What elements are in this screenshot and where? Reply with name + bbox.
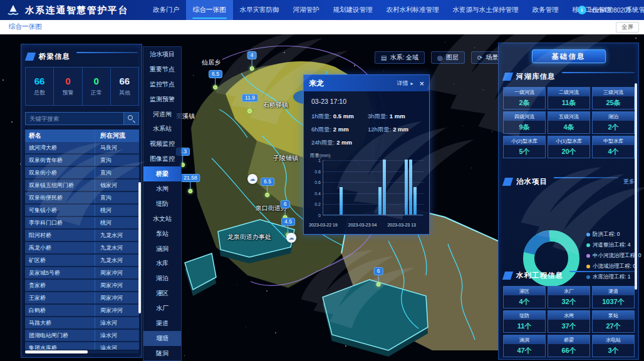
breadcrumb[interactable]: 综合一张图 <box>9 23 42 31</box>
nav-item-0[interactable]: 政务门户 <box>146 0 186 20</box>
table-row[interactable]: 禹龙小桥九龙水河 <box>25 242 139 255</box>
menu-item-7[interactable]: 图像监控 <box>143 151 181 166</box>
fullscreen-button[interactable]: 全屏 <box>616 22 639 33</box>
stat-cell-四级河流[interactable]: 四级河流9条 <box>503 111 546 134</box>
menu-item-3[interactable]: 监测预警 <box>143 92 181 107</box>
bridge-name-cell: 阳河村桥 <box>25 230 95 241</box>
menu-item-12[interactable]: 泵站 <box>143 226 181 242</box>
stat-cell-水厂[interactable]: 水厂32个 <box>548 286 590 308</box>
menu-item-0[interactable]: 治水项目 <box>143 47 181 62</box>
table-row[interactable]: 集团水库桥漳水河 <box>25 342 139 350</box>
menu-item-20[interactable]: 隧洞 <box>143 346 181 361</box>
search-button[interactable] <box>124 112 139 125</box>
map-marker[interactable]: 21.58 <box>180 174 200 193</box>
table-row[interactable]: 姚河湾大桥马良河 <box>25 142 139 155</box>
stat-cell-二级河流[interactable]: 二级河流11条 <box>548 87 590 109</box>
stat-cell-渠道[interactable]: 渠道1037个 <box>592 286 635 308</box>
menu-item-13[interactable]: 涵洞 <box>143 242 181 257</box>
cell-label: 水闸 <box>548 311 589 320</box>
map-control-1[interactable]: ◎图层 <box>431 51 465 64</box>
basic-info-button[interactable]: 基础信息 <box>532 49 606 63</box>
nav-item-2[interactable]: 水旱灾害防御 <box>233 0 286 20</box>
river-name-cell: 直沟 <box>95 192 139 203</box>
scrollbar-thumb[interactable] <box>25 350 88 353</box>
map-marker[interactable]: 6 <box>374 267 383 287</box>
menu-item-2[interactable]: 监控节点 <box>143 77 181 92</box>
stat-cell-中型水库[interactable]: 中型水库4个 <box>592 136 635 158</box>
menu-item-19[interactable]: 堰塘 <box>143 331 181 346</box>
weather-cloud-icon[interactable]: ☁ <box>247 174 257 184</box>
user-menu[interactable]: i hbzb42080201 ▾ <box>578 0 636 20</box>
close-icon[interactable]: × <box>419 79 424 88</box>
menu-item-11[interactable]: 水文站 <box>143 211 181 226</box>
map-marker[interactable]: 4 <box>247 51 257 71</box>
stat-cell-小(1)型水库[interactable]: 小(1)型水库20个 <box>548 136 590 158</box>
weather-cloud-icon[interactable]: ☁ <box>286 233 296 243</box>
table-row[interactable]: 矿区桥九龙水河 <box>25 255 139 267</box>
stat-cell-涵洞[interactable]: 涵洞47个 <box>503 335 546 357</box>
map-marker[interactable]: 6.5 <box>261 178 274 197</box>
menu-item-9[interactable]: 水闸 <box>143 181 181 196</box>
stat-cell-堤防[interactable]: 堤防11个 <box>503 310 546 333</box>
nav-item-4[interactable]: 规划建设管理 <box>326 0 380 20</box>
menu-item-16[interactable]: 灌区 <box>143 286 181 301</box>
more-link[interactable]: 更多 <box>623 178 635 186</box>
nav-item-7[interactable]: 政务管理 <box>526 0 566 20</box>
river-name-cell: 九龙水河 <box>95 255 139 266</box>
cell-label: 小(1)型水库 <box>548 136 589 145</box>
menu-item-18[interactable]: 渠道 <box>143 316 181 331</box>
table-row[interactable]: 双泉街小桥直沟 <box>25 167 139 180</box>
map-marker[interactable]: 6 <box>281 200 290 220</box>
table-row[interactable]: 双泉街便民桥直沟 <box>25 192 139 205</box>
menu-item-15[interactable]: 湖泊 <box>143 271 181 286</box>
stat-cell-小(2)型水库[interactable]: 小(2)型水库5个 <box>503 136 546 158</box>
stat-cell-水电站[interactable]: 水电站3个 <box>592 335 635 357</box>
nav-item-1[interactable]: 综合一张图 <box>186 0 233 20</box>
stat-cell-五级河流[interactable]: 五级河流4条 <box>548 111 590 134</box>
cell-label: 渠道 <box>593 287 634 295</box>
table-row[interactable]: 可集镇小桥桃河 <box>25 205 139 217</box>
menu-item-6[interactable]: 视频监控 <box>143 136 181 151</box>
stat-cell-泵站[interactable]: 泵站27个 <box>592 310 635 333</box>
table-row[interactable]: 贵家桥周家冲河 <box>25 280 139 292</box>
stat-cell-桥梁[interactable]: 桥梁66个 <box>548 335 590 357</box>
table-row[interactable]: 阳河村桥九龙水河 <box>25 230 139 242</box>
vertical-scrollbar[interactable] <box>138 182 141 313</box>
cell-label: 水电站 <box>593 335 634 344</box>
chart-ytick: 0.8 <box>314 169 321 173</box>
river-name-cell: 漳水河 <box>95 342 139 350</box>
rain-stat: 6h雨量: 2 mm <box>311 126 368 134</box>
stat-cell-湖泊[interactable]: 湖泊2个 <box>592 111 635 134</box>
stat-cell-灌区[interactable]: 灌区4个 <box>503 286 546 308</box>
table-row[interactable]: 双泉街青年桥直沟 <box>25 155 139 167</box>
table-row[interactable]: 双泉镇五组闸门桥钱家河 <box>25 180 139 192</box>
map-control-0[interactable]: ▤水系: 全域 <box>375 51 425 64</box>
menu-item-10[interactable]: 堤防 <box>143 196 181 211</box>
legend-item-2: 中小河流治理工程: 0 <box>586 252 641 260</box>
details-link[interactable]: 详情 <box>397 79 408 88</box>
menu-item-5[interactable]: 水系站 <box>143 121 181 136</box>
nav-item-5[interactable]: 农村水利标准管理 <box>380 0 446 20</box>
table-row[interactable]: 李学科门口桥桃河 <box>25 217 139 230</box>
menu-item-1[interactable]: 重要节点 <box>143 62 181 77</box>
chart-xtick: 2023-03-23 13 <box>380 223 423 227</box>
menu-item-14[interactable]: 水库 <box>143 256 181 271</box>
table-row[interactable]: 吴家城5号桥周家冲河 <box>25 267 139 280</box>
right-panel-scrollbar[interactable] <box>635 83 637 290</box>
stat-cell-一级河流[interactable]: 一级河流2条 <box>503 87 546 109</box>
map-marker[interactable]: 11.9 <box>242 94 258 113</box>
table-row[interactable]: 团湖电站闸门桥漳水河 <box>25 330 139 342</box>
horizontal-scrollbar[interactable] <box>25 350 139 353</box>
search-input[interactable] <box>25 112 124 125</box>
nav-item-3[interactable]: 河湖管护 <box>286 0 326 20</box>
menu-item-8[interactable]: 桥梁 <box>143 166 181 181</box>
nav-item-6[interactable]: 水资源与水土保持管理 <box>446 0 526 20</box>
stat-cell-三级河流[interactable]: 三级河流25条 <box>592 87 635 109</box>
table-row[interactable]: 白鹤桥周家冲河 <box>25 305 139 317</box>
table-row[interactable]: 马路大桥漳水河 <box>25 317 139 330</box>
map-marker[interactable]: 6.5 <box>209 70 222 89</box>
table-row[interactable]: 王家桥周家冲河 <box>25 292 139 305</box>
menu-item-17[interactable]: 水厂 <box>143 301 181 316</box>
stat-cell-水闸[interactable]: 水闸37个 <box>548 310 590 333</box>
menu-item-4[interactable]: 河道闸 <box>143 107 181 122</box>
